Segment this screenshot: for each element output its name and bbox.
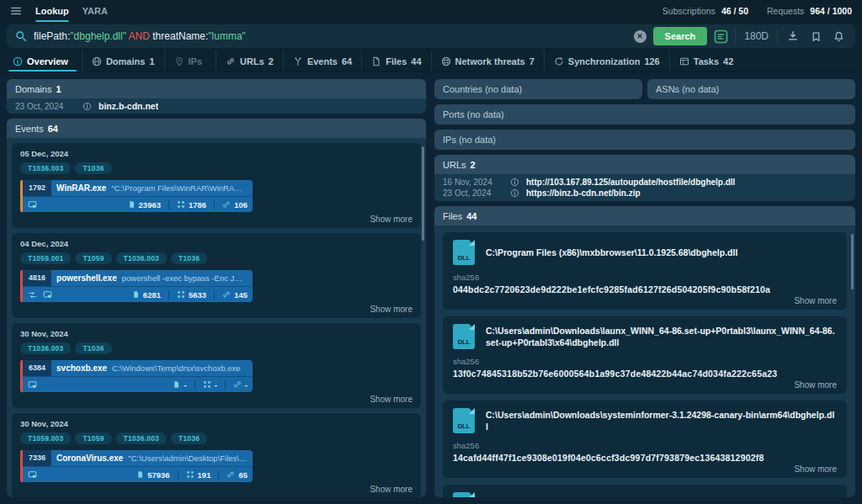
search-input[interactable]: filePath:"dbghelp.dll" AND threatName:"l… xyxy=(7,24,855,48)
card-count: 44 xyxy=(466,211,476,221)
url-value[interactable]: https://binz.b-cdn.net/bin.zip xyxy=(526,188,641,198)
card-title: URLs xyxy=(443,160,466,170)
mitre-tag-row: T1036.003 T1036 xyxy=(20,162,412,174)
mitre-tag[interactable]: T1036 xyxy=(171,432,207,444)
events-card: Events 64 05 Dec, 2024 T1036.003 T1036 1… xyxy=(7,119,426,497)
events-count[interactable]: - xyxy=(194,380,217,390)
events-count[interactable]: 191 xyxy=(178,470,211,480)
files-scrollbar[interactable] xyxy=(851,234,854,289)
nav-lookup[interactable]: Lookup xyxy=(35,0,69,22)
tab-events[interactable]: Events64 xyxy=(283,50,361,72)
tab-files[interactable]: Files44 xyxy=(361,50,430,72)
mitre-tag-row: T1036.003 T1036 xyxy=(20,342,412,354)
query-builder-icon[interactable] xyxy=(714,29,728,44)
file-head: DLL C:\Program Files (x86)\mxbbrowser\11… xyxy=(453,240,837,265)
command-line: "C:\Users\admin\Desktop\Files\CoronaViru… xyxy=(128,454,253,463)
show-more-link[interactable]: Show more xyxy=(20,215,412,224)
file-item: DLL C:\Users\admin\Downloads\systeminfor… xyxy=(443,401,847,478)
mitre-tag[interactable]: T1036.003 xyxy=(116,432,167,444)
events-count[interactable]: 1786 xyxy=(168,200,206,210)
mitre-tag[interactable]: T1036 xyxy=(75,342,111,354)
file-item: DLL C:\Program Files (x86)\mxbbrowser\11… xyxy=(443,232,847,310)
mitre-tag[interactable]: T1059 xyxy=(75,252,111,264)
pin-icon xyxy=(174,56,184,66)
period-selector[interactable]: 180D xyxy=(742,30,770,42)
nav-yara[interactable]: YARA xyxy=(82,0,108,22)
card-count: 64 xyxy=(48,124,58,134)
urls-card: URLs 2 16 Nov, 2024 http://103.167.89.12… xyxy=(434,155,855,201)
links-count[interactable]: 65 xyxy=(218,470,247,480)
countries-card: Countries (no data) xyxy=(434,79,642,99)
files-count[interactable]: 23963 xyxy=(128,200,161,210)
file-path[interactable]: C:\Users\admin\Downloads\launx_WINN_64-8… xyxy=(486,325,837,348)
events-count[interactable]: 5633 xyxy=(168,290,206,300)
tab-synchronization[interactable]: Synchronization126 xyxy=(544,50,669,72)
events-card-header: Events 64 xyxy=(7,119,426,138)
files-count[interactable]: - xyxy=(173,380,186,390)
tab-tasks[interactable]: Tasks42 xyxy=(669,50,743,72)
tasks-icon xyxy=(679,56,689,66)
process-row[interactable]: 4816 powershell.exe powershell -exec byp… xyxy=(20,270,253,302)
command-line: powershell -exec bypass -Enc JABmAGYAZgB… xyxy=(122,273,253,283)
tab-domains[interactable]: Domains1 xyxy=(82,50,164,72)
sha256-value[interactable]: 13f0c74845318b52b76e6000564b1a99c37de484… xyxy=(453,369,837,379)
show-more-link[interactable]: Show more xyxy=(20,485,412,494)
globe-icon xyxy=(92,56,102,66)
links-count[interactable]: 106 xyxy=(214,200,247,210)
search-query[interactable]: filePath:"dbghelp.dll" AND threatName:"l… xyxy=(34,30,627,42)
domain-value[interactable]: binz.b-cdn.net xyxy=(98,101,158,111)
domain-date: 23 Oct, 2024 xyxy=(15,102,76,111)
process-row[interactable]: 6384 svchoxb.exe C:\Windows\Temp\drsx\sv… xyxy=(20,360,253,392)
file-path[interactable]: C:\Users\admin\Downloads\systeminformer-… xyxy=(486,409,837,432)
process-main: 4816 powershell.exe powershell -exec byp… xyxy=(23,270,253,286)
tab-urls[interactable]: URLs2 xyxy=(216,50,283,72)
files-count[interactable]: 57936 xyxy=(136,470,169,480)
files-count[interactable]: 6281 xyxy=(132,290,161,300)
pid-badge: 4816 xyxy=(23,270,51,286)
domain-row[interactable]: 23 Oct, 2024 binz.b-cdn.net xyxy=(7,98,426,114)
sha256-value[interactable]: 14cafd44ff47f1ce9308e019f04e0c6ccf3dc997… xyxy=(453,453,837,463)
show-more-link[interactable]: Show more xyxy=(453,296,837,305)
download-icon[interactable] xyxy=(785,30,801,42)
process-meta: 57936 191 65 xyxy=(23,466,253,482)
tab-label: Files xyxy=(386,56,407,66)
process-counts: - - - xyxy=(173,380,247,390)
link-count-icon xyxy=(233,380,242,389)
ports-card: Ports (no data) xyxy=(434,104,855,125)
show-more-link[interactable]: Show more xyxy=(20,395,412,404)
mitre-tag[interactable]: T1036.003 xyxy=(20,342,71,354)
show-more-link[interactable]: Show more xyxy=(20,305,412,314)
events-scrollbar[interactable] xyxy=(422,146,424,241)
file-path[interactable]: C:\Program Files (x86)\mxbbrowser\11.0.1… xyxy=(486,247,737,258)
file-count-icon xyxy=(173,380,180,389)
bell-icon[interactable] xyxy=(831,31,847,42)
mitre-tag[interactable]: T1036.003 xyxy=(20,162,71,174)
bookmark-icon[interactable] xyxy=(808,31,824,42)
clear-search-button[interactable]: ✕ xyxy=(634,30,646,43)
mitre-tag[interactable]: T1059.003 xyxy=(20,432,71,444)
url-row[interactable]: 23 Oct, 2024 https://binz.b-cdn.net/bin.… xyxy=(434,188,855,199)
show-more-link[interactable]: Show more xyxy=(453,380,837,390)
dll-file-icon: DLL xyxy=(453,492,475,497)
mitre-tag[interactable]: T1036.003 xyxy=(116,252,167,264)
mitre-tag[interactable]: T1059.001 xyxy=(20,252,71,264)
process-row[interactable]: 7336 CoronaVirus.exe "C:\Users\admin\Des… xyxy=(20,450,253,482)
tab-overview[interactable]: Overview xyxy=(3,50,82,72)
event-date: 04 Dec, 2024 xyxy=(20,239,412,248)
url-date: 23 Oct, 2024 xyxy=(443,188,503,198)
mitre-tag[interactable]: T1036 xyxy=(75,162,111,174)
hamburger-icon[interactable] xyxy=(10,5,22,17)
count-value: 6281 xyxy=(143,290,161,300)
links-count[interactable]: 145 xyxy=(214,290,247,300)
show-more-link[interactable]: Show more xyxy=(453,464,837,474)
mitre-tag[interactable]: T1059 xyxy=(75,432,111,444)
process-main: 7336 CoronaVirus.exe "C:\Users\admin\Des… xyxy=(23,450,253,466)
sha256-value[interactable]: 044bdc2c7720623de9d222be1efcfc9285fad612… xyxy=(453,284,837,294)
search-button[interactable]: Search xyxy=(653,27,708,45)
mitre-tag[interactable]: T1036 xyxy=(171,252,207,264)
url-row[interactable]: 16 Nov, 2024 http://103.167.89.125/autou… xyxy=(434,177,855,188)
tab-network-threats[interactable]: Network threats7 xyxy=(431,50,544,72)
links-count[interactable]: - xyxy=(225,380,247,390)
process-row[interactable]: 1792 WinRAR.exe "C:\Program Files\WinRAR… xyxy=(20,180,253,212)
url-value[interactable]: http://103.167.89.125/autoupdate/hostfil… xyxy=(526,178,735,187)
